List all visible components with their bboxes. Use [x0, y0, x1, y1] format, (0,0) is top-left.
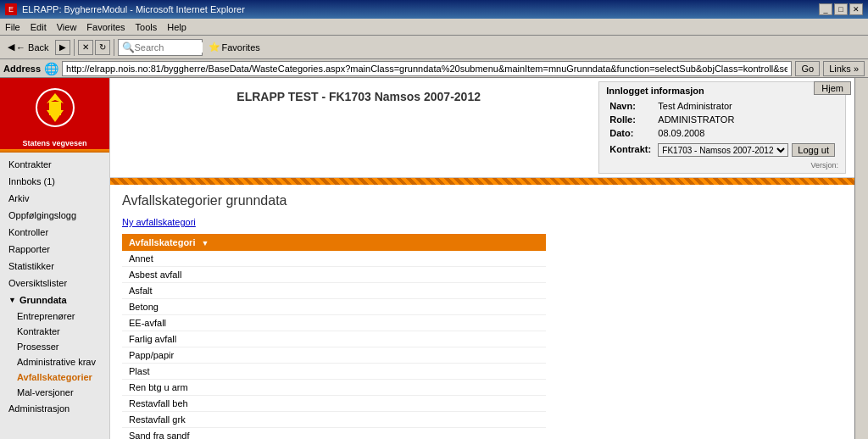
row-link[interactable]: Restavfall beh	[129, 398, 188, 408]
back-arrow-icon: ◀	[8, 42, 14, 53]
info-table: Navn: Test Administrator Rolle: ADMINIST…	[606, 98, 838, 159]
favorites-button[interactable]: ⭐ Favorites	[204, 39, 264, 55]
table-row: EE-avfall	[122, 315, 546, 331]
table-row: Asfalt	[122, 283, 546, 299]
contract-row: FK1703 - Namsos 2007-2012 Logg ut	[658, 143, 835, 157]
back-button[interactable]: ◀ ← Back	[3, 39, 53, 55]
search-box[interactable]: 🔍	[118, 39, 203, 56]
contract-select[interactable]: FK1703 - Namsos 2007-2012	[658, 143, 788, 157]
sidebar: Statens vegvesen Kontrakter Innboks (1) …	[0, 78, 110, 439]
row-link[interactable]: Plast	[129, 366, 149, 376]
title-bar-buttons: _ □ ✕	[819, 3, 863, 15]
row-link[interactable]: Asbest avfall	[129, 270, 181, 280]
orange-divider	[110, 178, 854, 185]
title-bar-text: ELRAPP: BygherreModul - Microsoft Intern…	[22, 4, 245, 14]
column-header-avfallskategori[interactable]: Avfallskategori ▼	[122, 234, 546, 251]
page-content: Avfallskategorier grunndata Ny avfallska…	[110, 185, 854, 439]
toolbar: ◀ ← Back ▶ ✕ ↻ 🔍 ⭐ Favorites	[0, 36, 868, 59]
menu-view[interactable]: View	[57, 22, 77, 32]
menu-favorites[interactable]: Favorites	[86, 22, 125, 32]
row-link[interactable]: Sand fra sandf	[129, 431, 190, 439]
maximize-button[interactable]: □	[834, 3, 848, 15]
sidebar-item-innboks[interactable]: Innboks (1)	[0, 173, 109, 190]
search-icon: 🔍	[122, 42, 135, 53]
row-link[interactable]: Ren btg u arm	[129, 382, 188, 392]
contract-cell: FK1703 - Namsos 2007-2012 Logg ut	[656, 141, 837, 158]
menu-bar: File Edit View Favorites Tools Help	[0, 19, 868, 36]
sidebar-item-administrative-krav[interactable]: Administrative krav	[0, 354, 109, 370]
sidebar-item-entreprenorer[interactable]: Entreprenører	[0, 308, 109, 324]
company-logo	[34, 86, 76, 129]
go-button[interactable]: Go	[795, 61, 820, 76]
menu-edit[interactable]: Edit	[31, 22, 47, 32]
table-row: Betong	[122, 299, 546, 315]
sidebar-item-mal-versjoner[interactable]: Mal-versjoner	[0, 385, 109, 400]
close-button[interactable]: ✕	[849, 3, 863, 15]
table-row: Papp/papir	[122, 347, 546, 364]
sidebar-item-rapporter[interactable]: Rapporter	[0, 241, 109, 258]
date-value: 08.09.2008	[656, 127, 837, 139]
sort-icon: ▼	[202, 239, 209, 247]
sidebar-item-oversiktslister[interactable]: Oversiktslister	[0, 275, 109, 292]
row-link[interactable]: Farlig avfall	[129, 334, 176, 344]
table-row: Ren btg u arm	[122, 380, 546, 396]
page-title: Avfallskategorier grunndata	[122, 193, 843, 208]
sidebar-item-oppfolgingslogg[interactable]: Oppfølgingslogg	[0, 207, 109, 224]
sidebar-item-arkiv[interactable]: Arkiv	[0, 190, 109, 207]
role-label: Rolle:	[608, 114, 654, 125]
row-link[interactable]: Betong	[129, 302, 159, 312]
favorites-star-icon: ⭐	[209, 42, 220, 53]
search-input[interactable]	[135, 42, 203, 53]
app-icon: E	[5, 3, 17, 15]
sidebar-item-statistikker[interactable]: Statistikker	[0, 258, 109, 275]
minimize-button[interactable]: _	[819, 3, 832, 15]
sidebar-item-avfallskategorier[interactable]: Avfallskategorier	[0, 370, 109, 385]
content-area: ELRAPP TEST - FK1703 Namsos 2007-2012 In…	[110, 78, 854, 439]
menu-help[interactable]: Help	[167, 22, 186, 32]
menu-tools[interactable]: Tools	[136, 22, 158, 32]
sidebar-item-kontroller[interactable]: Kontroller	[0, 224, 109, 241]
address-label: Address	[3, 64, 41, 74]
toolbar-separator-1	[74, 39, 75, 56]
links-button[interactable]: Links »	[823, 61, 865, 76]
version-text: Versjon:	[606, 161, 838, 169]
menu-file[interactable]: File	[5, 22, 20, 32]
table-row: Asbest avfall	[122, 267, 546, 283]
hjem-button[interactable]: Hjem	[814, 81, 851, 95]
table-row: Farlig avfall	[122, 331, 546, 347]
row-link[interactable]: Papp/papir	[129, 350, 174, 360]
app-header: ELRAPP TEST - FK1703 Namsos 2007-2012 In…	[110, 78, 854, 178]
logout-button[interactable]: Logg ut	[792, 143, 835, 157]
row-link[interactable]: Annet	[129, 253, 153, 264]
row-link[interactable]: EE-avfall	[129, 318, 166, 328]
table-row: Sand fra sandf	[122, 428, 546, 440]
header-info-panel: Innlogget informasjon Navn: Test Adminis…	[598, 81, 846, 174]
table-row: Restavfall beh	[122, 396, 546, 412]
row-link[interactable]: Restavfall grk	[129, 414, 186, 425]
name-value: Test Administrator	[656, 100, 837, 112]
table-row: Restavfall grk	[122, 412, 546, 428]
toolbar-separator-2	[114, 39, 114, 56]
address-bar: Address 🌐 Go Links »	[0, 59, 868, 78]
sidebar-logo	[0, 78, 109, 137]
sidebar-item-kontrakter[interactable]: Kontrakter	[0, 156, 109, 173]
grunndata-toggle-icon: ▼	[8, 296, 16, 304]
app-title: ELRAPP TEST - FK1703 Namsos 2007-2012	[119, 81, 598, 103]
stop-button[interactable]: ✕	[78, 40, 93, 55]
avfallskategori-table: Avfallskategori ▼ AnnetAsbest avfallAsfa…	[122, 234, 546, 439]
title-bar: E ELRAPP: BygherreModul - Microsoft Inte…	[0, 0, 868, 19]
role-value: ADMINISTRATOR	[656, 114, 837, 125]
new-avfallskategori-link[interactable]: Ny avfallskategori	[122, 217, 843, 227]
sidebar-item-prosesser[interactable]: Prosesser	[0, 339, 109, 354]
main-container: Statens vegvesen Kontrakter Innboks (1) …	[0, 78, 868, 439]
address-input[interactable]	[62, 61, 792, 76]
sidebar-item-kontrakter2[interactable]: Kontrakter	[0, 324, 109, 339]
sidebar-item-administrasjon[interactable]: Administrasjon	[0, 400, 109, 417]
sidebar-item-grunndata[interactable]: ▼ Grunndata	[0, 292, 109, 308]
table-row: Annet	[122, 251, 546, 267]
row-link[interactable]: Asfalt	[129, 286, 153, 296]
forward-button[interactable]: ▶	[55, 40, 70, 55]
scrollbar[interactable]	[854, 78, 868, 439]
info-title: Innlogget informasjon	[606, 86, 838, 96]
refresh-button[interactable]: ↻	[95, 40, 110, 55]
